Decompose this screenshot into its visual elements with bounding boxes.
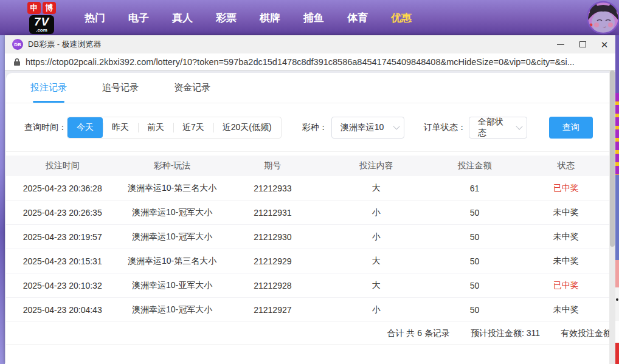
time-option-daybefore[interactable]: 前天 xyxy=(138,117,173,138)
status-cell: 未中奖 xyxy=(517,232,615,242)
col-status: 状态 xyxy=(517,160,615,171)
issue-cell: 21212929 xyxy=(226,256,320,266)
window-title: DB彩票 - 极速浏览器 xyxy=(28,39,102,50)
tab-chase-records[interactable]: 追号记录 xyxy=(102,73,139,103)
records-card: 投注记录 追号记录 资金记录 查询时间： 今天 昨天 前天 近7天 近20天(低… xyxy=(6,73,615,363)
logo-badge-2: 博 xyxy=(43,2,56,14)
bet-time-cell: 2025-04-23 20:19:57 xyxy=(6,232,119,242)
table-row[interactable]: 2025-04-23 20:10:32 澳洲幸运10-亚军大小 21212928… xyxy=(6,273,615,298)
table-row[interactable]: 2025-04-23 20:36:28 澳洲幸运10-第三名大小 2121293… xyxy=(6,176,615,201)
bet-amount-cell: 61 xyxy=(432,184,516,193)
bet-content-cell: 大 xyxy=(320,183,432,194)
chevron-down-icon xyxy=(516,123,523,129)
close-button[interactable]: ✕ xyxy=(593,35,615,53)
url-text[interactable]: https://ctop02pcali.2kbxi392.com/lottery… xyxy=(26,57,575,67)
bet-time-cell: 2025-04-23 20:10:32 xyxy=(6,281,119,290)
site-nav: 热门 电子 真人 彩票 棋牌 捕鱼 体育 优惠 xyxy=(73,11,423,25)
bet-content-cell: 大 xyxy=(320,256,432,267)
logo-wordmark: 7V .com xyxy=(29,15,54,34)
table-header-row: 投注时间 彩种-玩法 期号 投注内容 投注金额 状态 xyxy=(6,156,615,176)
page-content: 投注记录 追号记录 资金记录 查询时间： 今天 昨天 前天 近7天 近20天(低… xyxy=(5,70,615,363)
summary-valid-amount: 有效投注金额 xyxy=(561,328,612,339)
favicon-icon: DB xyxy=(12,39,23,50)
nav-item-lottery[interactable]: 彩票 xyxy=(204,11,248,25)
status-cell: 已中奖 xyxy=(517,280,615,291)
bet-amount-cell: 50 xyxy=(432,256,516,266)
site-logo[interactable]: 申 博 7V .com xyxy=(27,2,56,34)
minimize-button[interactable] xyxy=(550,35,572,53)
game-play-cell: 澳洲幸运10-冠军大小 xyxy=(119,207,225,218)
issue-cell: 21212933 xyxy=(226,184,320,193)
avatar-illustration xyxy=(586,1,619,35)
lottery-select-value: 澳洲幸运10 xyxy=(341,122,384,133)
maximize-icon xyxy=(579,41,586,47)
time-option-20days[interactable]: 近20天(低频) xyxy=(213,117,281,138)
bet-amount-cell: 50 xyxy=(432,305,516,315)
summary-bar: 合计 共 6 条记录 预计投注金额: 311 有效投注金额 xyxy=(6,322,615,345)
bet-time-cell: 2025-04-23 20:26:35 xyxy=(6,208,119,218)
summary-expected-amount: 预计投注金额: 311 xyxy=(471,328,540,339)
table-row[interactable]: 2025-04-23 20:19:57 澳洲幸运10-冠军大小 21212930… xyxy=(6,225,615,249)
bet-time-cell: 2025-04-23 20:15:31 xyxy=(6,256,119,266)
time-option-yesterday[interactable]: 昨天 xyxy=(103,117,138,138)
page-right-edge xyxy=(615,35,619,364)
lock-icon xyxy=(13,58,21,66)
scrollbar-thumb[interactable] xyxy=(610,70,615,247)
issue-cell: 21212931 xyxy=(226,208,320,218)
chevron-down-icon xyxy=(393,123,399,129)
bet-content-cell: 大 xyxy=(320,280,432,291)
game-play-cell: 澳洲幸运10-第三名大小 xyxy=(119,256,225,267)
nav-item-hot[interactable]: 热门 xyxy=(73,11,117,25)
summary-total: 合计 共 6 条记录 xyxy=(387,328,449,339)
order-status-select[interactable]: 全部状态 xyxy=(469,117,527,139)
query-button[interactable]: 查询 xyxy=(549,117,593,139)
lottery-filter-label: 彩种： xyxy=(302,122,328,133)
issue-cell: 21212928 xyxy=(226,281,320,290)
bet-amount-cell: 50 xyxy=(432,281,516,290)
col-game-play: 彩种-玩法 xyxy=(119,160,225,171)
nav-item-slots[interactable]: 电子 xyxy=(117,11,161,25)
table-row[interactable]: 2025-04-23 20:15:31 澳洲幸运10-第三名大小 2121292… xyxy=(6,249,615,273)
table-row[interactable]: 2025-04-23 20:04:43 澳洲幸运10-冠军大小 21212927… xyxy=(6,298,615,322)
col-bet-amount: 投注金额 xyxy=(432,160,516,171)
record-tabs: 投注记录 追号记录 资金记录 xyxy=(6,73,615,103)
window-titlebar[interactable]: DB DB彩票 - 极速浏览器 ✕ xyxy=(5,35,615,53)
nav-item-promos[interactable]: 优惠 xyxy=(379,11,423,25)
vertical-scrollbar[interactable] xyxy=(609,70,615,364)
status-cell: 未中奖 xyxy=(517,256,615,267)
nav-item-boardgames[interactable]: 棋牌 xyxy=(248,11,292,25)
logo-badges: 申 博 xyxy=(27,2,56,14)
tab-fund-records[interactable]: 资金记录 xyxy=(174,73,210,103)
col-bet-time: 投注时间 xyxy=(6,160,119,171)
bet-amount-cell: 50 xyxy=(432,208,516,218)
issue-cell: 21212927 xyxy=(226,305,320,315)
maximize-button[interactable] xyxy=(572,35,593,53)
user-avatar[interactable] xyxy=(586,1,619,35)
tab-bet-records[interactable]: 投注记录 xyxy=(30,73,67,103)
status-cell: 已中奖 xyxy=(517,183,615,194)
status-cell: 未中奖 xyxy=(517,207,615,218)
page-left-edge xyxy=(0,35,5,364)
window-controls: ✕ xyxy=(550,35,615,53)
lottery-select[interactable]: 澳洲幸运10 xyxy=(331,117,404,139)
nav-item-fishing[interactable]: 捕鱼 xyxy=(292,11,336,25)
browser-window: DB DB彩票 - 极速浏览器 ✕ https://ctop02pcali.2k… xyxy=(5,35,615,364)
bet-content-cell: 小 xyxy=(320,207,432,218)
col-bet-content: 投注内容 xyxy=(320,160,432,171)
bet-content-cell: 小 xyxy=(320,304,432,315)
nav-item-sports[interactable]: 体育 xyxy=(336,11,379,25)
nav-item-live[interactable]: 真人 xyxy=(161,11,204,25)
order-status-value: 全部状态 xyxy=(478,117,510,139)
time-option-today[interactable]: 今天 xyxy=(67,117,103,138)
bet-content-cell: 小 xyxy=(320,232,432,242)
site-topbar: 申 博 7V .com 热门 电子 真人 彩票 棋牌 捕鱼 体育 优惠 xyxy=(0,0,619,35)
time-option-7days[interactable]: 近7天 xyxy=(173,117,213,138)
logo-sub-text: .com xyxy=(36,28,47,33)
status-cell: 未中奖 xyxy=(517,304,615,315)
logo-badge-1: 申 xyxy=(27,2,41,14)
filter-bar: 查询时间： 今天 昨天 前天 近7天 近20天(低频) 彩种： 澳洲幸运10 订… xyxy=(6,103,615,152)
game-play-cell: 澳洲幸运10-冠军大小 xyxy=(119,232,225,242)
logo-main-text: 7V xyxy=(34,16,49,27)
address-bar[interactable]: https://ctop02pcali.2kbxi392.com/lottery… xyxy=(5,53,615,70)
table-row[interactable]: 2025-04-23 20:26:35 澳洲幸运10-冠军大小 21212931… xyxy=(6,201,615,225)
